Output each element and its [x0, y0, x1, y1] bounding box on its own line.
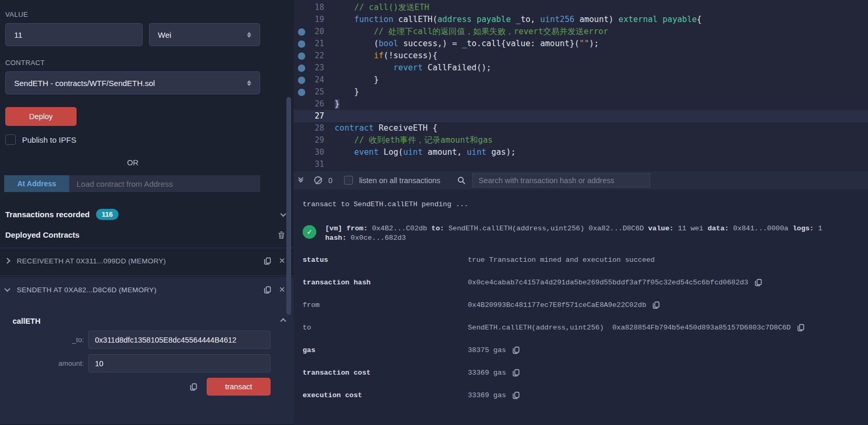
close-icon[interactable]: ✕: [278, 256, 285, 265]
code-text: event Log(uint amount, uint gas);: [335, 146, 516, 158]
line-number: 28: [309, 122, 324, 134]
detail-label: transaction hash: [303, 279, 468, 286]
at-address-input[interactable]: [69, 175, 260, 192]
line-number: 20: [309, 26, 324, 38]
gutter-margin[interactable]: [294, 98, 309, 110]
expand-terminal-icon[interactable]: [299, 178, 303, 183]
transaction-detail-row: toSendETH.callETH(address,uint256) 0xa82…: [303, 323, 868, 332]
chevron-down-icon[interactable]: [5, 288, 9, 292]
code-text: contract ReceiveETH {: [335, 122, 437, 134]
copy-icon[interactable]: [755, 279, 762, 286]
line-number: 29: [309, 134, 324, 146]
value-input[interactable]: [5, 23, 143, 46]
select-arrows-icon: [247, 32, 251, 38]
select-arrows-icon: [247, 80, 251, 86]
panel-scrollbar[interactable]: [286, 97, 291, 315]
chevron-down-icon[interactable]: [281, 212, 285, 217]
transactions-count-badge: 116: [96, 209, 119, 220]
amount-arg-input[interactable]: [88, 354, 271, 373]
transactions-recorded-label: Transactions recorded: [5, 210, 90, 219]
deployed-contracts-label: Deployed Contracts: [5, 230, 80, 239]
to-arg-input[interactable]: [88, 331, 271, 349]
deploy-run-panel: VALUE Wei CONTRACT SendETH - contracts/W…: [0, 0, 294, 425]
detail-value: 33369 gas: [468, 369, 506, 377]
code-text: // call()发送ETH: [335, 2, 429, 14]
gutter-margin[interactable]: [294, 158, 309, 171]
transact-button[interactable]: transact: [207, 378, 271, 396]
gutter-margin[interactable]: [294, 110, 309, 122]
unit-select[interactable]: Wei: [149, 23, 260, 46]
clear-console-icon[interactable]: [314, 176, 322, 184]
contract-select[interactable]: SendETH - contracts/WTF/SendETH.sol: [5, 71, 260, 94]
detail-value: 0x0ce4cabab7c4157a4d291da5be269d55bddf3a…: [468, 279, 748, 286]
code-line[interactable]: 26}: [294, 98, 868, 110]
line-number: 24: [309, 74, 324, 86]
gutter-margin[interactable]: [294, 134, 309, 146]
close-icon[interactable]: ✕: [278, 285, 285, 294]
copy-icon[interactable]: [652, 301, 660, 309]
pending-log-line: transact to SendETH.callETH pending ...: [303, 200, 868, 208]
code-line[interactable]: 27: [294, 110, 868, 122]
trash-icon[interactable]: [277, 231, 285, 239]
detail-label: gas: [303, 346, 468, 354]
code-line[interactable]: 22 if(!success){: [294, 50, 868, 62]
detail-label: status: [303, 256, 468, 264]
transaction-detail-row: transaction hash0x0ce4cabab7c4157a4d291d…: [303, 278, 868, 286]
line-number: 27: [309, 110, 324, 122]
code-line[interactable]: 29 // 收到eth事件，记录amount和gas: [294, 134, 868, 146]
breakpoint-dot-icon[interactable]: [294, 50, 309, 62]
breakpoint-dot-icon[interactable]: [294, 86, 309, 98]
code-text: revert CallFailed();: [335, 62, 491, 74]
breakpoint-dot-icon[interactable]: [294, 38, 309, 50]
copy-icon[interactable]: [264, 257, 271, 265]
gutter-margin[interactable]: [294, 146, 309, 158]
breakpoint-dot-icon[interactable]: [294, 26, 309, 38]
chevron-up-icon[interactable]: [281, 319, 285, 323]
gutter-margin[interactable]: [294, 2, 309, 14]
code-editor[interactable]: 18 // call()发送ETH19 function callETH(add…: [294, 0, 868, 171]
copy-icon[interactable]: [190, 383, 197, 391]
divider: [0, 275, 294, 276]
copy-icon[interactable]: [264, 286, 271, 294]
transaction-detail-row: execution cost33369 gas: [303, 391, 868, 399]
at-address-button[interactable]: At Address: [4, 175, 69, 192]
detail-value: SendETH.callETH(address,uint256) 0xa8288…: [468, 324, 791, 332]
listen-count: 0: [328, 176, 333, 185]
code-line[interactable]: 31: [294, 158, 868, 171]
line-number: 23: [309, 62, 324, 74]
copy-icon[interactable]: [512, 391, 520, 399]
or-divider: OR: [5, 158, 260, 167]
code-line[interactable]: 23 revert CallFailed();: [294, 62, 868, 74]
gutter-margin[interactable]: [294, 14, 309, 26]
code-line[interactable]: 21 (bool success,) = _to.call{value: amo…: [294, 38, 868, 50]
gutter-margin[interactable]: [294, 122, 309, 134]
copy-icon[interactable]: [512, 369, 520, 377]
code-line[interactable]: 25 }: [294, 86, 868, 98]
breakpoint-dot-icon[interactable]: [294, 62, 309, 74]
chevron-right-icon[interactable]: [5, 259, 9, 263]
code-line[interactable]: 30 event Log(uint amount, uint gas);: [294, 146, 868, 158]
copy-icon[interactable]: [512, 346, 520, 354]
vm-summary-text: [vm] from: 0x4B2...C02db to: SendETH.cal…: [325, 224, 822, 243]
code-line[interactable]: 19 function callETH(address payable _to,…: [294, 14, 868, 26]
detail-value: 0x4B20993Bc481177ec7E8f571ceCaE8A9e22C02…: [468, 301, 646, 309]
detail-value: 33369 gas: [468, 391, 506, 399]
breakpoint-dot-icon[interactable]: [294, 74, 309, 86]
deployed-contract-sendeth[interactable]: SENDETH AT 0XA82...D8C6D (MEMORY) ✕: [0, 277, 294, 302]
code-line[interactable]: 24 }: [294, 74, 868, 86]
vm-transaction-log[interactable]: ✓ [vm] from: 0x4B2...C02db to: SendETH.c…: [303, 224, 868, 243]
terminal-search-input[interactable]: [472, 173, 650, 187]
copy-icon[interactable]: [797, 324, 805, 332]
code-line[interactable]: 18 // call()发送ETH: [294, 2, 868, 14]
publish-ipfs-checkbox[interactable]: [5, 134, 16, 145]
deployed-contract-receiveeth[interactable]: RECEIVEETH AT 0X311...099DD (MEMORY) ✕: [0, 248, 294, 273]
detail-label: from: [303, 301, 468, 309]
deploy-button[interactable]: Deploy: [5, 107, 77, 126]
code-line[interactable]: 20 // 处理下call的返回值，如果失败，revert交易并发送error: [294, 26, 868, 38]
detail-value: true Transaction mined and execution suc…: [468, 256, 655, 264]
terminal-output[interactable]: transact to SendETH.callETH pending ... …: [294, 189, 868, 425]
code-text: (bool success,) = _to.call{value: amount…: [335, 38, 599, 50]
code-text: if(!success){: [335, 50, 437, 62]
code-line[interactable]: 28contract ReceiveETH {: [294, 122, 868, 134]
listen-checkbox[interactable]: [344, 176, 353, 185]
